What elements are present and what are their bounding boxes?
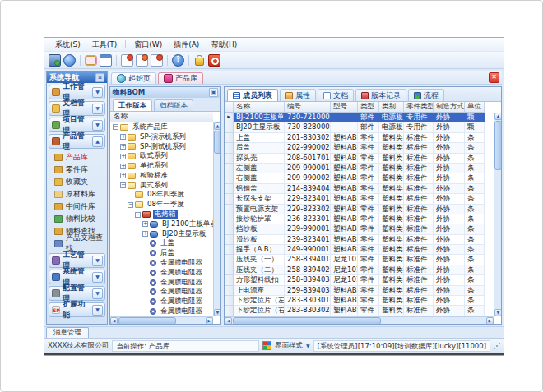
window-grid-icon[interactable] <box>100 54 112 67</box>
ui-style-dropdown[interactable]: 界面样式 <box>275 341 303 351</box>
chevron-down-icon[interactable]: ▼ <box>306 343 310 348</box>
tree-node[interactable]: 金属膜电阻器 <box>110 258 213 268</box>
table-row[interactable]: 滑纱板239-823401-001塑料ABS零件塑料类标准件外协条 <box>225 235 494 245</box>
chevron-up-icon[interactable]: ▲ <box>92 136 103 147</box>
table-row[interactable]: 长探头支架229-823401-001塑料ABS零件塑料类标准件外协条 <box>225 194 494 204</box>
tree-node[interactable]: +BJ20主显示板 <box>110 229 213 239</box>
table-row[interactable]: 左侧盖209-990001-011塑料ABS零件塑料类标准件外协条 <box>225 164 494 173</box>
doc-new-icon[interactable] <box>121 54 133 67</box>
tree-node[interactable]: −系统产品库 <box>110 122 213 132</box>
tree-node[interactable]: −08年一季度 <box>110 200 213 210</box>
resize-gripper[interactable] <box>494 343 500 349</box>
table-row[interactable]: ▸BJ-2100主板单点730-721000-121部件电源板专用件外协颗 <box>225 113 494 122</box>
scroll-up-icon[interactable]: ▲ <box>214 122 220 130</box>
table-row[interactable]: 压线夹（二）258-839402-001尼龙1010零件塑料类标准件外协条 <box>225 265 494 275</box>
tab-documents[interactable]: 文档 <box>318 89 354 101</box>
doc-tab-product-library[interactable]: 产品库 <box>158 72 203 84</box>
grid-vscroll-thumb[interactable] <box>494 121 501 170</box>
tree-node[interactable]: 08年四季度 <box>110 191 213 201</box>
scroll-down-icon[interactable]: ▼ <box>494 309 501 316</box>
table-row[interactable]: 提手（A.B）249-990001-011塑料ABS零件塑料类标准件外协条 <box>225 245 494 255</box>
menu-item-tools[interactable]: 工具(T) <box>86 39 123 51</box>
chevron-down-icon[interactable]: ▼ <box>92 256 103 266</box>
tab-properties[interactable]: 属性 <box>280 89 316 101</box>
tree-node[interactable]: +SP-测试机系列 <box>110 142 213 152</box>
table-row[interactable]: 挡纱板239-990001-011塑料ABS零件塑料类标准件外协条 <box>225 224 494 234</box>
message-manager-tab[interactable]: 消息管理 <box>46 327 89 338</box>
pin-icon[interactable]: ▣ <box>209 88 218 97</box>
tree-node[interactable]: +SP-演示机系列 <box>110 132 213 142</box>
tree-node[interactable]: −美式系列 <box>110 181 213 191</box>
exit-icon[interactable] <box>208 54 220 67</box>
expand-plus-icon[interactable]: + <box>120 144 126 150</box>
sidebar-item-material-compare[interactable]: 物料比较 <box>54 213 105 224</box>
collapse-minus-icon[interactable]: − <box>113 124 118 130</box>
grid-horizontal-scrollbar[interactable]: ◀ ▶ <box>225 316 494 324</box>
sidebar-item-raw-material-library[interactable]: 原材料库 <box>54 188 105 200</box>
column-header-8[interactable]: 单位 <box>465 102 485 113</box>
column-header-6[interactable]: 零件类型 <box>404 102 434 113</box>
chevron-down-icon[interactable]: ▼ <box>92 272 103 283</box>
scroll-left-icon[interactable]: ◀ <box>225 317 232 324</box>
tree-node[interactable]: +单把系列 <box>110 161 213 171</box>
table-row[interactable]: 后盖202-990002-011塑料ABS零件塑料类标准件外协条 <box>225 143 494 153</box>
sidebar-collapse-button[interactable]: ≡ <box>95 73 104 82</box>
close-icon[interactable]: ✕ <box>489 72 499 83</box>
tree-hscroll-thumb[interactable] <box>118 317 176 324</box>
tab-workflow[interactable]: 流程 <box>408 89 444 101</box>
chevron-down-icon[interactable]: ▼ <box>92 87 103 98</box>
tree-node[interactable]: −电烤箱 <box>110 210 213 219</box>
tree-vertical-scrollbar[interactable]: ▲ ▼ <box>213 122 220 316</box>
chevron-down-icon[interactable]: ▼ <box>92 120 103 131</box>
tree-node[interactable]: 后盖 <box>110 248 213 258</box>
globe-icon[interactable] <box>63 54 76 67</box>
expand-plus-icon[interactable]: + <box>120 173 126 178</box>
tab-working-version[interactable]: 工作版本 <box>113 99 152 111</box>
tab-version-history[interactable]: 版本记录 <box>355 89 406 101</box>
tree-node[interactable]: 金属膜电阻器 <box>110 268 213 278</box>
folder-icon[interactable] <box>86 56 96 65</box>
help-icon[interactable] <box>172 54 184 67</box>
chevron-down-icon[interactable]: ▼ <box>92 104 103 114</box>
column-header-1[interactable]: 名称 <box>234 102 285 113</box>
column-header-3[interactable]: 型号 <box>331 102 358 113</box>
sidebar-item-product-doc-search[interactable]: 产品文档查找 <box>54 238 105 249</box>
tab-archive-version[interactable]: 归档版本 <box>154 99 193 111</box>
tree-node[interactable]: +检验标准 <box>110 171 213 181</box>
tree-horizontal-scrollbar[interactable]: ◀ ▶ <box>110 316 213 324</box>
tree-node[interactable]: +BJ-2100主板单点 <box>110 219 213 229</box>
table-row[interactable]: 预置电源支架229-823302-001塑料ABS零件塑料类标准件外协条 <box>225 205 494 214</box>
tree-node[interactable]: 金属膜电阻器 <box>110 278 213 288</box>
expand-plus-icon[interactable]: + <box>120 164 126 169</box>
column-header-2[interactable]: 编号 <box>285 102 331 113</box>
collapse-minus-icon[interactable]: − <box>120 182 126 188</box>
table-row[interactable]: 下纱定位片（右）283-830302-001塑料ABS零件塑料类标准件外协条 <box>225 306 494 316</box>
doc-check-icon[interactable] <box>136 54 148 67</box>
collapse-minus-icon[interactable]: − <box>128 202 133 208</box>
sidebar-item-favorites[interactable]: 收藏夹 <box>54 176 105 187</box>
column-header-7[interactable]: 制造方式 <box>434 102 465 113</box>
chevron-down-icon[interactable]: ▼ <box>92 288 103 299</box>
chevron-down-icon[interactable]: ▼ <box>92 305 103 316</box>
sidebar-item-parts-library[interactable]: 零件库 <box>54 164 105 175</box>
table-row[interactable]: 下纱定位片（左）283-830301-001塑料ABS零件塑料类标准件外协条 <box>225 296 494 306</box>
table-row[interactable]: 方形塑料线扣258-839403-001尼龙1010零件塑料类标准件外协条 <box>225 275 494 285</box>
expand-plus-icon[interactable]: + <box>120 154 126 159</box>
table-row[interactable]: 探头壳208-601701-011塑料ABS零件塑料类标准件外协条 <box>225 154 494 164</box>
expand-plus-icon[interactable]: + <box>142 231 148 237</box>
menu-item-help[interactable]: 帮助(H) <box>205 39 243 51</box>
scroll-right-icon[interactable]: ▶ <box>486 317 494 324</box>
grid-hscroll-thumb[interactable] <box>233 317 381 324</box>
tree-node[interactable]: 金属膜电阻器 <box>110 307 213 316</box>
table-row[interactable]: 右侧盖209-990002-011塑料ABS零件塑料类标准件外协条 <box>225 173 494 183</box>
sidebar-group-extensions[interactable]: SP扩展功能▼ <box>49 302 105 317</box>
scroll-left-icon[interactable]: ◀ <box>110 317 118 324</box>
menu-item-window[interactable]: 窗口(W) <box>128 39 168 51</box>
tree-column-header[interactable]: 名称 <box>110 112 213 122</box>
table-row[interactable]: 接纱轮护罩236-823301-001塑料ABS零件塑料类标准件外协条 <box>225 214 494 224</box>
computer-icon[interactable] <box>49 54 61 67</box>
table-row[interactable]: 铝钢盖214-839404-011塑料ABS零件塑料类标准件外协条 <box>225 184 494 194</box>
menu-item-plugins[interactable]: 插件(A) <box>168 39 205 51</box>
scroll-up-icon[interactable]: ▲ <box>494 113 501 120</box>
tab-member-list[interactable]: 成员列表 <box>227 89 278 101</box>
